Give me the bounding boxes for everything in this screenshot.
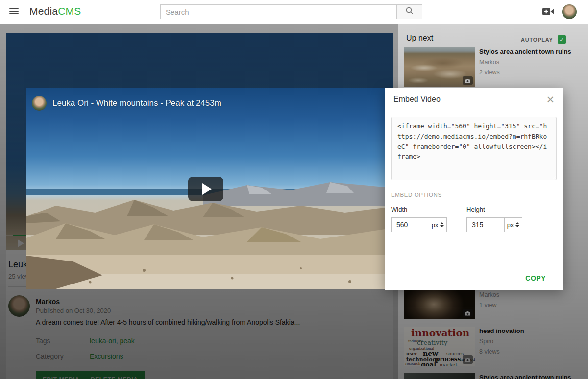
upload-video-icon[interactable] [542, 7, 554, 16]
copy-button[interactable]: COPY [522, 274, 549, 283]
app-logo[interactable]: MediaCMS [29, 5, 81, 17]
modal-footer: COPY [385, 267, 564, 290]
video-frame[interactable]: Leuka Ori - White mountains - Peak at 24… [26, 88, 385, 289]
search-icon [405, 6, 414, 17]
user-avatar[interactable] [562, 4, 577, 19]
modal-title: Embed Video [393, 95, 441, 104]
width-label: Width [391, 206, 447, 213]
width-input[interactable] [391, 217, 429, 232]
logo-text-media: Media [29, 5, 58, 17]
embed-video-modal: Embed Video ✕ <iframe width="560" height… [385, 88, 564, 290]
width-field-group: Width px [391, 206, 447, 232]
player-author-avatar[interactable] [32, 96, 47, 111]
height-input[interactable] [466, 217, 505, 232]
height-field-group: Height px [466, 206, 522, 232]
width-unit-select[interactable]: px [429, 217, 447, 232]
height-unit-select[interactable]: px [504, 217, 522, 232]
spinner-arrows-icon [515, 222, 519, 227]
height-unit-value: px [507, 221, 514, 229]
menu-hamburger-icon[interactable] [9, 8, 19, 15]
search-bar [160, 4, 422, 19]
modal-header: Embed Video ✕ [385, 88, 564, 111]
logo-text-cms: CMS [58, 5, 81, 17]
search-button[interactable] [397, 4, 422, 19]
close-icon[interactable]: ✕ [546, 95, 555, 105]
width-unit-value: px [432, 221, 439, 229]
player-video-title: Leuka Ori - White mountains - Peak at 24… [52, 98, 221, 108]
embed-options-label: EMBED OPTIONS [391, 192, 442, 198]
search-input[interactable] [160, 4, 397, 19]
height-label: Height [466, 206, 522, 213]
top-app-bar: MediaCMS [0, 0, 588, 24]
big-play-button[interactable] [188, 177, 223, 201]
player-title-bar: Leuka Ori - White mountains - Peak at 24… [32, 96, 221, 111]
spinner-arrows-icon [440, 222, 444, 227]
embed-code-textarea[interactable]: <iframe width="560" height="315" src="ht… [391, 117, 557, 180]
